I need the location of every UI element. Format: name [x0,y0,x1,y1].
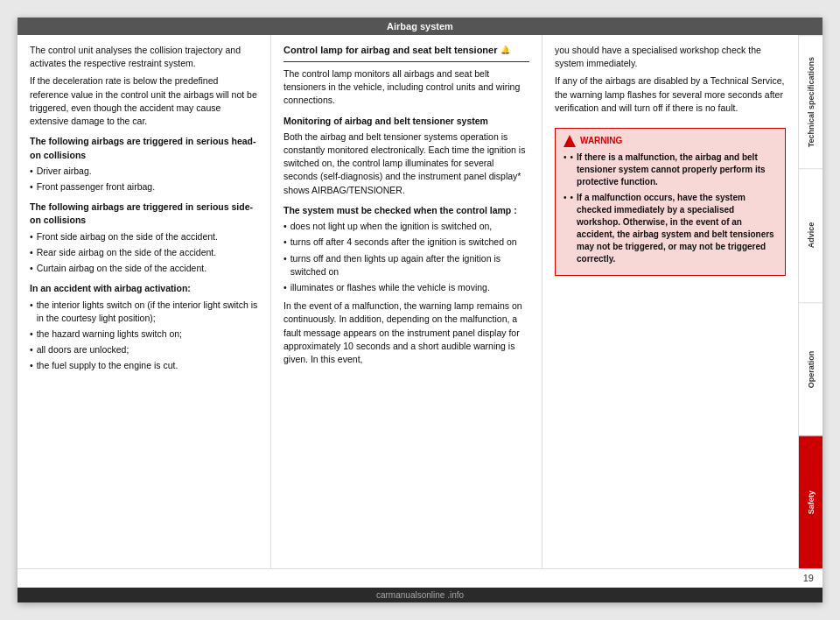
right-p2: If any of the airbags are disabled by a … [555,74,786,115]
list-item: Curtain airbag on the side of the accide… [30,262,258,275]
heading-head-on: The following airbags are triggered in s… [30,135,258,161]
middle-column: Control lamp for airbag and seat belt te… [271,35,542,568]
sidebar-item-operation: Operation [799,302,822,435]
check-bullet-2: turns off after 4 seconds after the igni… [290,236,517,249]
bullet-hazard-lights: the hazard warning lights switch on; [37,328,182,341]
sidebar-label-safety: Safety [807,490,816,514]
sidebar-item-technical: Technical specifications [799,35,822,168]
check-bullet-3: turns off and then lights up again after… [290,252,529,278]
middle-section-title: Control lamp for airbag and seat belt te… [284,44,529,62]
warning-header-text: WARNING [580,135,622,147]
right-column: you should have a specialised workshop c… [542,35,798,568]
top-bar-title: Airbag system [387,21,453,32]
warning-box: WARNING • If there is a malfunction, the… [555,128,786,276]
sidebar: Technical specifications Advice Operatio… [798,35,822,568]
left-p1: The control unit analyses the collision … [30,44,258,70]
heading-side-on: The following airbags are triggered in s… [30,201,258,227]
check-bullet-4: illuminates or flashes while the vehicle… [290,281,490,294]
sidebar-item-safety: Safety [799,435,822,568]
list-item: does not light up when the ignition is s… [284,220,529,233]
list-item: Driver airbag. [30,165,258,178]
sidebar-label-technical: Technical specifications [807,57,816,147]
check-bullet-1: does not light up when the ignition is s… [290,220,493,233]
list-item: turns off after 4 seconds after the igni… [284,236,529,249]
warning-bullet-1-text: If there is a malfunction, the airbag an… [577,151,777,188]
page-number-row: 19 [18,568,822,588]
list-item: Rear side airbag on the side of the acci… [30,246,258,259]
list-item: all doors are unlocked; [30,343,258,356]
bullet-interior-lights: the interior lights switch on (if the in… [37,299,258,325]
bullet-doors: all doors are unlocked; [37,343,130,356]
list-item: the hazard warning lights switch on; [30,328,258,341]
list-item: Front passenger front airbag. [30,180,258,194]
airbag-lamp-icon: 🔔 [500,45,510,56]
right-p1: you should have a specialised workshop c… [555,44,786,70]
top-bar: Airbag system [18,18,822,35]
page-number: 19 [803,573,814,583]
middle-p3: In the event of a malfunction, the warni… [284,299,529,366]
bullet-curtain: Curtain airbag on the side of the accide… [37,262,206,275]
bullet-driver-airbag: Driver airbag. [37,165,92,178]
middle-p1: The control lamp monitors all airbags an… [284,67,529,108]
bullet-front-passenger: Front passenger front airbag. [37,180,155,194]
list-item: the fuel supply to the engine is cut. [30,359,258,372]
list-item: illuminates or flashes while the vehicle… [284,281,529,294]
left-p2: If the deceleration rate is below the pr… [30,74,258,128]
middle-p2: Both the airbag and belt tensioner syste… [284,130,529,197]
warning-bullet-2: • If a malfunction occurs, have the syst… [564,192,777,265]
heading-accident: In an accident with airbag activation: [30,282,258,295]
middle-heading1: Monitoring of airbag and belt tensioner … [284,115,529,128]
list-item: turns off and then lights up again after… [284,252,529,278]
bullet-rear-side: Rear side airbag on the side of the acci… [37,246,216,259]
section-title-text: Control lamp for airbag and seat belt te… [284,44,497,58]
sidebar-label-advice: Advice [807,222,816,249]
list-item: Front side airbag on the side of the acc… [30,230,258,243]
left-column: The control unit analyses the collision … [18,35,271,568]
middle-heading2: The system must be checked when the cont… [284,204,529,217]
sidebar-item-advice: Advice [799,168,822,301]
carmanuals-footer: carmanualsonline .info [18,588,822,602]
bullet-fuel: the fuel supply to the engine is cut. [37,359,178,372]
warning-bullet-1: • If there is a malfunction, the airbag … [564,151,777,188]
main-content: The control unit analyses the collision … [18,35,822,568]
warning-header: WARNING [564,135,777,147]
bullet-front-side: Front side airbag on the side of the acc… [37,230,218,243]
warning-triangle-icon [564,135,576,147]
warning-bullet-2-text: If a malfunction occurs, have the system… [577,192,777,265]
page-container: Airbag system The control unit analyses … [18,18,822,602]
sidebar-label-operation: Operation [807,350,816,388]
carmanuals-text: carmanualsonline .info [376,590,464,600]
list-item: the interior lights switch on (if the in… [30,299,258,325]
